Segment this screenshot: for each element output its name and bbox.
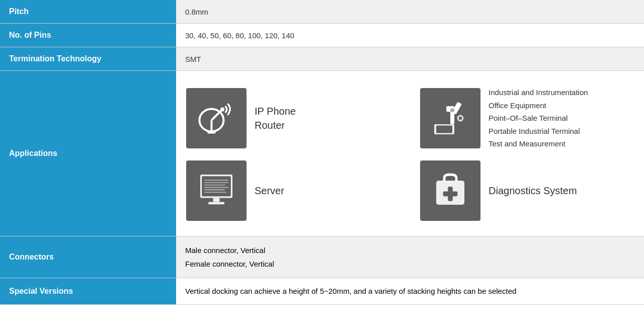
special-versions-row: Special Versions Vertical docking can ac… bbox=[0, 278, 644, 304]
pins-label: No. of Pins bbox=[0, 24, 176, 47]
satellite-dish-icon bbox=[186, 88, 247, 148]
industrial-icon bbox=[420, 88, 480, 148]
connectors-label: Connectors bbox=[0, 236, 176, 278]
pitch-value: 0.8mm bbox=[176, 0, 644, 24]
applications-label: Applications bbox=[0, 71, 176, 236]
svg-rect-22 bbox=[208, 202, 224, 204]
connectors-value: Male connector, Vertical Female connecto… bbox=[176, 236, 644, 278]
svg-point-12 bbox=[459, 117, 462, 120]
termination-value: SMT bbox=[176, 47, 644, 71]
pitch-row: Pitch 0.8mm bbox=[0, 0, 644, 24]
pins-row: No. of Pins 30, 40, 50, 60, 80, 100, 120… bbox=[0, 24, 644, 47]
pins-value: 30, 40, 50, 60, 80, 100, 120, 140 bbox=[176, 24, 644, 47]
svg-rect-6 bbox=[436, 125, 452, 133]
app-item-server: Server bbox=[186, 160, 400, 221]
svg-rect-21 bbox=[213, 198, 220, 202]
diagnostics-icon bbox=[420, 160, 480, 221]
special-versions-value: Vertical docking can achieve a height of… bbox=[176, 278, 644, 304]
applications-row: Applications bbox=[0, 71, 644, 236]
pitch-label: Pitch bbox=[0, 0, 176, 24]
app-item-diagnostics: Diagnostics System bbox=[420, 160, 634, 221]
svg-point-10 bbox=[450, 108, 454, 112]
svg-point-2 bbox=[220, 107, 224, 111]
server-monitor-icon bbox=[186, 160, 247, 221]
diagnostics-label: Diagnostics System bbox=[489, 184, 577, 198]
app-item-industrial: Industrial and InstrumentationOffice Equ… bbox=[420, 86, 634, 150]
ip-phone-label: IP PhoneRouter bbox=[255, 104, 296, 132]
svg-rect-14 bbox=[202, 176, 231, 196]
connectors-row: Connectors Male connector, Vertical Fema… bbox=[0, 236, 644, 278]
svg-rect-25 bbox=[443, 191, 458, 196]
termination-label: Termination Technology bbox=[0, 47, 176, 71]
termination-row: Termination Technology SMT bbox=[0, 47, 644, 71]
special-versions-label: Special Versions bbox=[0, 278, 176, 304]
apps-grid: IP PhoneRouter bbox=[186, 86, 634, 221]
app-item-ip-phone: IP PhoneRouter bbox=[186, 86, 400, 150]
applications-content: IP PhoneRouter bbox=[176, 71, 644, 236]
industrial-label: Industrial and InstrumentationOffice Equ… bbox=[489, 86, 588, 150]
svg-rect-4 bbox=[207, 131, 215, 133]
server-label: Server bbox=[255, 184, 284, 198]
